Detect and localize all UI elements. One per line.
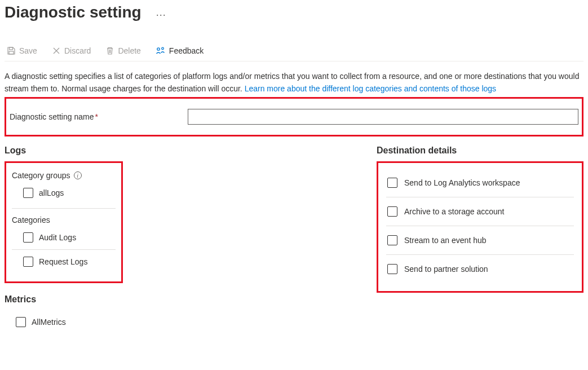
learn-more-link[interactable]: Learn more about the different log categ… [245, 84, 496, 93]
name-row-highlight: Diagnostic setting name* [5, 97, 583, 136]
save-label: Save [19, 46, 37, 55]
dest-partner-label: Send to partner solution [404, 265, 488, 274]
discard-icon [52, 46, 61, 55]
delete-icon [105, 46, 114, 55]
logs-highlight: Category groups i allLogs Categories Aud… [5, 161, 123, 283]
svg-rect-1 [9, 51, 14, 54]
svg-point-6 [157, 48, 160, 50]
checkbox-row-requestlogs: Request Logs [12, 250, 116, 274]
svg-rect-0 [10, 47, 13, 50]
dest-row-storage: Archive to a storage account [386, 197, 574, 226]
discard-label: Discard [64, 46, 91, 55]
info-icon[interactable]: i [74, 171, 82, 179]
destination-heading: Destination details [377, 146, 583, 156]
svg-point-7 [162, 47, 164, 50]
delete-label: Delete [118, 46, 140, 55]
requestlogs-label: Request Logs [39, 257, 87, 266]
allmetrics-label: AllMetrics [32, 318, 66, 327]
dest-loganalytics-label: Send to Log Analytics workspace [404, 178, 520, 187]
feedback-icon [156, 46, 166, 55]
more-icon[interactable]: ··· [156, 9, 166, 21]
toolbar: Save Discard Delete Feedback [5, 43, 583, 61]
dest-row-loganalytics: Send to Log Analytics workspace [386, 169, 574, 197]
requestlogs-checkbox[interactable] [23, 257, 33, 267]
checkbox-row-auditlogs: Audit Logs [12, 226, 116, 250]
description: A diagnostic setting specifies a list of… [5, 71, 583, 95]
page-title: Diagnostic setting [5, 3, 142, 21]
alllogs-label: allLogs [39, 188, 64, 197]
dest-eventhub-label: Stream to an event hub [404, 236, 487, 245]
dest-loganalytics-checkbox[interactable] [387, 178, 397, 188]
dest-row-eventhub: Stream to an event hub [386, 226, 574, 255]
auditlogs-label: Audit Logs [39, 233, 76, 242]
required-indicator: * [95, 112, 98, 121]
dest-row-partner: Send to partner solution [386, 255, 574, 283]
setting-name-label: Diagnostic setting name* [10, 112, 179, 121]
feedback-label: Feedback [169, 46, 204, 55]
dest-storage-label: Archive to a storage account [404, 207, 504, 216]
dest-storage-checkbox[interactable] [387, 206, 397, 217]
categories-heading: Categories [12, 215, 116, 224]
category-groups-heading: Category groups i [12, 171, 116, 180]
alllogs-checkbox[interactable] [23, 188, 33, 198]
metrics-heading: Metrics [5, 294, 365, 305]
destinations-highlight: Send to Log Analytics workspace Archive … [377, 161, 583, 293]
dest-eventhub-checkbox[interactable] [387, 235, 397, 245]
checkbox-row-alllogs: allLogs [12, 181, 116, 205]
save-button[interactable]: Save [5, 45, 39, 56]
logs-heading: Logs [5, 146, 365, 156]
feedback-button[interactable]: Feedback [153, 45, 206, 56]
dest-partner-checkbox[interactable] [387, 264, 397, 274]
save-icon [7, 46, 16, 55]
delete-button[interactable]: Delete [103, 45, 143, 56]
checkbox-row-allmetrics: AllMetrics [5, 310, 365, 334]
setting-name-input[interactable] [188, 109, 578, 125]
auditlogs-checkbox[interactable] [23, 232, 33, 243]
discard-button[interactable]: Discard [50, 45, 93, 56]
allmetrics-checkbox[interactable] [16, 317, 26, 327]
